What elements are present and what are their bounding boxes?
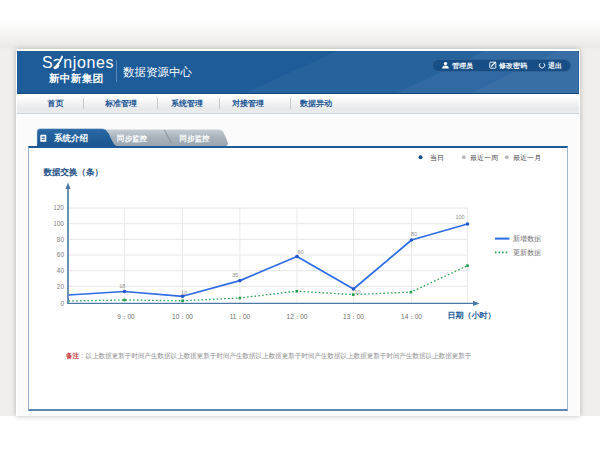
svg-text:同步监控: 同步监控 xyxy=(117,134,148,143)
svg-text:18: 18 xyxy=(119,283,125,289)
svg-text:当日: 当日 xyxy=(430,154,444,162)
svg-text:40: 40 xyxy=(56,267,64,274)
svg-text:数据交换（条）: 数据交换（条） xyxy=(42,167,103,177)
svg-text:12：00: 12：00 xyxy=(286,313,307,320)
svg-text:同步监控: 同步监控 xyxy=(179,134,210,143)
svg-text:11：00: 11：00 xyxy=(229,313,250,320)
svg-text:100: 100 xyxy=(455,214,464,220)
svg-text:新增数据: 新增数据 xyxy=(513,234,541,243)
svg-text:系统介绍: 系统介绍 xyxy=(53,133,89,143)
svg-text:80: 80 xyxy=(56,236,64,243)
svg-text:10: 10 xyxy=(180,290,186,296)
svg-text:最近一月: 最近一月 xyxy=(513,154,541,162)
svg-text:35: 35 xyxy=(231,272,237,278)
svg-text:120: 120 xyxy=(53,204,64,211)
svg-text:100: 100 xyxy=(53,220,64,227)
svg-text:14：00: 14：00 xyxy=(401,313,422,320)
svg-text:更新数据: 更新数据 xyxy=(513,248,541,257)
svg-text:60: 60 xyxy=(297,249,303,255)
svg-text:日期（小时）: 日期（小时） xyxy=(447,311,495,320)
svg-text:最近一周: 最近一周 xyxy=(470,154,498,161)
svg-text:10：00: 10：00 xyxy=(172,313,193,320)
svg-text:9：00: 9：00 xyxy=(117,313,135,320)
svg-text:0: 0 xyxy=(60,300,64,307)
svg-text:80: 80 xyxy=(410,231,416,237)
svg-text:10: 10 xyxy=(354,289,360,295)
svg-text:60: 60 xyxy=(56,251,64,258)
svg-text:13：00: 13：00 xyxy=(343,313,364,320)
svg-text:20: 20 xyxy=(56,283,64,290)
